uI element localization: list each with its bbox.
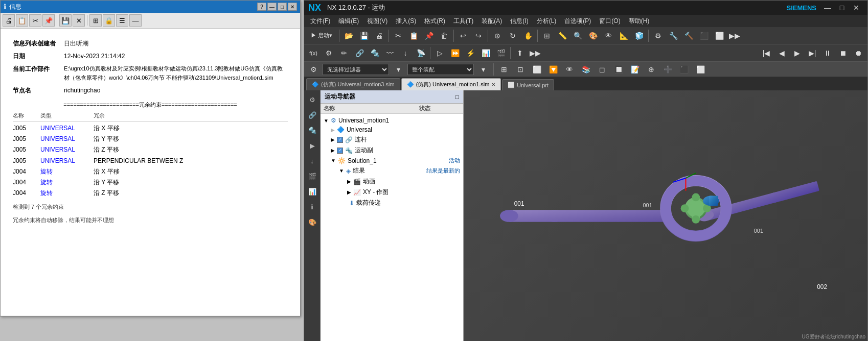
cut-button[interactable]: ✂ [29,14,41,27]
snap-mode-btn[interactable]: ⊞ [497,62,511,77]
view-btn[interactable]: 👁 [562,62,577,77]
menu-file[interactable]: 文件(F) [306,15,334,27]
tb-extra5-button[interactable]: ⬜ [712,29,726,43]
lock-button[interactable]: 🔒 [103,14,115,27]
tb-paste-button[interactable]: 📌 [422,29,436,43]
side-link-btn[interactable]: 🔗 [305,108,319,122]
nav-item-animation[interactable]: ▶ 🎬 动画 [321,176,463,187]
tab-sim1-close[interactable]: ✕ [491,82,495,87]
menu-analysis[interactable]: 分析(L) [533,15,561,27]
side-force-btn[interactable]: ↓ [305,154,319,168]
nav-expand-root[interactable]: ▼ [324,118,329,124]
tb2-sim-button[interactable]: ⏩ [448,46,462,60]
tb-analyze-button[interactable]: 🔍 [570,29,585,43]
nav-check-link[interactable]: ✓ [337,137,343,143]
tb2-animate-button[interactable]: 🎬 [494,46,508,60]
nx-viewport[interactable]: 001 002 [464,90,867,341]
tb2-sensor-button[interactable]: 📡 [414,46,428,60]
menu-format[interactable]: 格式(R) [420,15,449,27]
close-doc-button[interactable]: ✕ [73,14,85,27]
menu-info[interactable]: 信息(I) [506,15,532,27]
menu-tools[interactable]: 工具(T) [449,15,477,27]
tb-display-button[interactable]: 👁 [601,29,615,43]
layer-btn[interactable]: 📚 [579,62,593,77]
ref-btn[interactable]: 🔲 [611,62,626,77]
tb2-next-button[interactable]: ▶| [805,46,819,60]
tb-view3d-button[interactable]: 🧊 [632,29,646,43]
navigator-expand-button[interactable]: □ [455,93,459,101]
nav-item-result[interactable]: ▼ ◈ 结果 结果是最新的 [321,165,463,176]
nav-expand-chart[interactable]: ▶ [347,189,351,195]
filter-dropdown-button[interactable]: ▾ [391,62,405,77]
tb-more1-button[interactable]: ▶▶ [727,29,742,43]
select-all-btn[interactable]: ⊡ [513,62,528,77]
tb-redo-button[interactable]: ↪ [471,29,486,43]
tb2-stop-button[interactable]: ⏹ [836,46,850,60]
tb-pan-button[interactable]: ✋ [521,29,535,43]
maximize-button[interactable]: □ [278,3,287,11]
add-button[interactable]: ⊞ [89,14,102,27]
nx-minimize-button[interactable]: — [820,1,835,15]
extra-f1-btn[interactable]: ⬛ [677,62,691,77]
nav-item-link[interactable]: ▶ ✓ 🔗 连杆 [321,134,463,145]
deselect-btn[interactable]: ⬜ [530,62,544,77]
tb-cut-button[interactable]: ✂ [391,29,405,43]
print-button[interactable]: 🖨 [3,14,15,27]
help-button[interactable]: ? [257,3,266,11]
add-obj-btn[interactable]: ➕ [660,62,675,77]
filter-more-btn[interactable]: 🔽 [546,62,560,77]
extra-f2-btn[interactable]: ⬜ [693,62,707,77]
attr-btn[interactable]: 📝 [628,62,642,77]
copy-button[interactable]: 📋 [16,14,28,27]
nav-item-solution[interactable]: ▼ 🔆 Solution_1 活动 [321,156,463,165]
tb2-result-button[interactable]: 📊 [478,46,493,60]
tb-rotate-button[interactable]: ↻ [506,29,520,43]
nav-item-load[interactable]: ⬇ 载荷传递 [321,198,463,208]
obj-btn[interactable]: ◻ [595,62,609,77]
nav-item-root[interactable]: ▼ ⚙ Universal_motion1 [321,116,463,125]
menu-assembly[interactable]: 装配(A) [477,15,506,27]
tb-save-button[interactable]: 💾 [357,29,371,43]
paste-button[interactable]: 📌 [42,14,55,27]
side-motion-btn[interactable]: ⚙ [305,92,319,107]
side-color-btn[interactable]: 🎨 [305,215,319,229]
tb-orient-button[interactable]: 📐 [616,29,631,43]
minus-button[interactable]: — [129,14,142,27]
side-joint-btn[interactable]: 🔩 [305,123,319,137]
menu-view[interactable]: 视图(V) [363,15,392,27]
tb-measure-button[interactable]: 📏 [555,29,569,43]
menu-help[interactable]: 帮助(H) [625,15,654,27]
nav-item-joint[interactable]: ▶ ✓ 🔩 运动副 [321,145,463,156]
tb-start-button[interactable]: ▶ 启动▾ [306,29,337,43]
menu-window[interactable]: 窗口(O) [595,15,624,27]
tb-extra1-button[interactable]: ⚙ [651,29,665,43]
save-button[interactable]: 💾 [59,14,72,27]
tb2-more-button[interactable]: ▶▶ [528,46,542,60]
group-btn[interactable]: ⊕ [644,62,658,77]
assembly-filter-select[interactable]: 整个装配 [407,64,474,75]
tb2-sketch-button[interactable]: ✏ [337,46,351,60]
tb2-export-button[interactable]: ⬆ [513,46,527,60]
tab-sim3[interactable]: 🔷 (仿真) Universal_motion3.sim [306,78,400,90]
assembly-dropdown-button[interactable]: ▾ [476,62,490,77]
tb-print-button[interactable]: 🖨 [372,29,386,43]
tb2-constraint-button[interactable]: 🔗 [352,46,367,60]
tb2-pause-button[interactable]: ⏸ [820,46,835,60]
side-result-btn[interactable]: 📊 [305,184,319,199]
tb-extra2-button[interactable]: 🔧 [666,29,680,43]
tb-delete-button[interactable]: 🗑 [437,29,451,43]
tb-open-button[interactable]: 📂 [341,29,356,43]
tb-render-button[interactable]: 🎨 [586,29,600,43]
tb2-spring-button[interactable]: 〰 [383,46,397,60]
side-info-btn[interactable]: ℹ [305,200,319,214]
tb-zoom-button[interactable]: ⊕ [490,29,505,43]
tb2-play-button[interactable]: ▶ [790,46,804,60]
tb2-param-button[interactable]: ⚙ [322,46,336,60]
nav-item-universal[interactable]: ▶ 🔷 Universal [321,125,463,134]
tb-copy-button[interactable]: 📋 [406,29,421,43]
tb2-joint-button[interactable]: 🔩 [368,46,382,60]
side-driver-btn[interactable]: ▶ [305,138,319,153]
tb2-formula-button[interactable]: f(x) [306,46,321,60]
nav-expand-animation[interactable]: ▶ [347,179,351,184]
filter-settings-button[interactable]: ⚙ [306,62,321,77]
